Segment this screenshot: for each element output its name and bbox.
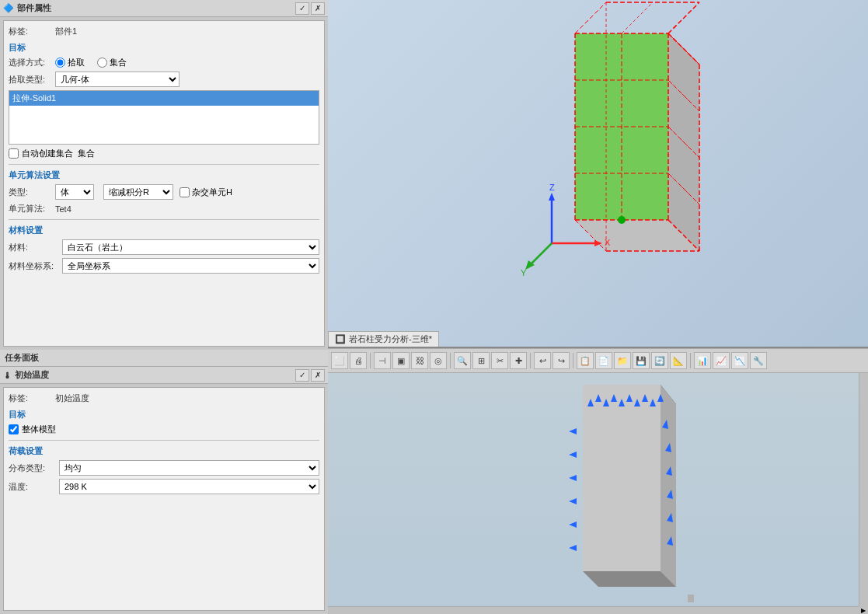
toolbar-btn-display[interactable]: ⬜ (331, 352, 348, 369)
whole-model-checkbox[interactable] (9, 424, 19, 434)
whole-model-row: 整体模型 (9, 424, 319, 435)
model-bottom (390, 381, 852, 606)
confirm-btn-bottom[interactable]: ✓ (295, 369, 309, 382)
toolbar-btn-link[interactable]: ⛓ (411, 352, 428, 369)
selection-mode-row: 选择方式: 拾取 集合 (9, 57, 319, 68)
scrollbar-horizontal-bottom[interactable] (328, 606, 859, 614)
toolbar-btn-copy[interactable]: 📋 (577, 352, 594, 369)
toolbar-btn-chart[interactable]: 📊 (694, 352, 711, 369)
model-top: Z X Y (390, 8, 852, 323)
scrollbar-vertical-bottom[interactable] (859, 373, 868, 606)
left-panel: 🔷 部件属性 ✓ ✗ 标签: 部件1 目标 选择方式: (0, 0, 328, 614)
target-list-box[interactable]: 拉伸-Solid1 (9, 90, 319, 145)
divider1 (9, 164, 319, 165)
top-left-panel: 🔷 部件属性 ✓ ✗ 标签: 部件1 目标 选择方式: (0, 0, 328, 350)
svg-marker-53 (569, 545, 577, 551)
label-field-value: 部件1 (55, 26, 77, 37)
material-row: 材料: 白云石（岩土） (9, 239, 319, 255)
viewport-tab-icon: 🔲 (335, 334, 346, 344)
temp-value-select[interactable]: 298 K (59, 479, 319, 494)
svg-marker-49 (569, 452, 577, 458)
coord-row: 材料坐标系: 全局坐标系 (9, 258, 319, 274)
pick-type-select[interactable]: 几何-体 (55, 72, 180, 87)
temp-label-row: 标签: 初始温度 (9, 392, 319, 404)
svg-line-22 (622, 2, 653, 33)
panel-title-bottom: 🌡 初始温度 (3, 369, 49, 381)
viewport-tab-top[interactable]: 🔲 岩石柱受力分析-三维* (328, 331, 439, 347)
svg-marker-40 (583, 385, 661, 571)
selection-mode-label: 选择方式: (9, 57, 55, 68)
mixed-elem-check[interactable]: 杂交单元H (180, 187, 232, 198)
divider2 (9, 219, 319, 220)
panel-controls-bottom: ✓ ✗ (295, 369, 325, 382)
toolbar-btn-cursor[interactable]: ⊣ (374, 352, 391, 369)
svg-marker-50 (569, 475, 577, 481)
svg-text:X: X (605, 238, 611, 247)
toolbar-btn-undo[interactable]: ↩ (534, 352, 551, 369)
toolbar-btn-measure[interactable]: 📐 (670, 352, 687, 369)
auto-create-checkbox[interactable] (9, 148, 19, 159)
close-btn-top[interactable]: ✗ (311, 2, 325, 15)
auto-create-label2: 集合 (78, 148, 95, 159)
toolbar-btn-refresh[interactable]: 🔄 (651, 352, 668, 369)
toolbar-btn-settings[interactable]: 🔧 (750, 352, 767, 369)
dist-type-row: 分布类型: 均匀 (9, 460, 319, 476)
toolbar-btn-print[interactable]: 🖨 (350, 352, 367, 369)
label-row: 标签: 部件1 (9, 26, 319, 37)
svg-marker-41 (661, 385, 676, 587)
toolbar-btn-add[interactable]: ✚ (510, 352, 527, 369)
svg-marker-51 (569, 498, 577, 504)
bottom-left-panel: 任务面板 🌡 初始温度 ✓ ✗ 标签: 初始温度 目标 (0, 350, 328, 614)
right-panel: Z X Y 🔲 岩石柱受力分析-三维* ⬜ 🖨 ⊣ ▣ ⛓ ◎ 🔍 ⊞ ✂ (328, 0, 868, 614)
panel-content-bottom: 标签: 初始温度 目标 整体模型 荷载设置 分布类型: 均匀 (3, 387, 325, 611)
formula-label: 单元算法: (9, 203, 55, 215)
dist-type-select[interactable]: 均匀 (59, 460, 319, 476)
panel-header-top: 🔷 部件属性 ✓ ✗ (0, 0, 328, 17)
task-panel-label: 任务面板 (5, 352, 39, 364)
toolbar-sep3 (530, 353, 531, 368)
top-right-viewport[interactable]: Z X Y 🔲 岩石柱受力分析-三维* (328, 0, 868, 348)
toolbar-btn-save[interactable]: 💾 (633, 352, 650, 369)
confirm-btn-top[interactable]: ✓ (295, 2, 309, 15)
toolbar-btn-grid[interactable]: ⊞ (472, 352, 490, 369)
mesh-algo-section-title[interactable]: 单元算法设置 (9, 169, 319, 181)
panel-title-text-bottom: 初始温度 (15, 369, 49, 381)
temp-target-section[interactable]: 目标 (9, 409, 319, 420)
material-select[interactable]: 白云石（岩土） (62, 239, 319, 255)
task-panel-header: 任务面板 (0, 350, 328, 367)
formula-value: Tet4 (55, 204, 71, 214)
algo-value-select[interactable]: 缩减积分R (103, 184, 173, 200)
toolbar-btn-open[interactable]: 📁 (614, 352, 631, 369)
radio-set[interactable]: 集合 (97, 57, 127, 68)
list-item-solid1[interactable]: 拉伸-Solid1 (9, 91, 319, 106)
svg-line-12 (575, 2, 606, 33)
temp-row: 温度: 298 K (9, 479, 319, 494)
toolbar-sep5 (690, 353, 691, 368)
toolbar-sep1 (370, 353, 371, 368)
algo-type-label: 类型: (9, 187, 55, 198)
target-section-title[interactable]: 目标 (9, 42, 319, 54)
panel-title-text-top: 部件属性 (17, 2, 51, 14)
toolbar-btn-graph[interactable]: 📈 (713, 352, 730, 369)
toolbar-btn-zoom[interactable]: 🔍 (454, 352, 471, 369)
algo-type-select[interactable]: 体 (55, 184, 94, 200)
toolbar-btn-new[interactable]: 📄 (595, 352, 612, 369)
toolbar-btn-circle[interactable]: ◎ (430, 352, 447, 369)
material-section-title[interactable]: 材料设置 (9, 225, 319, 236)
close-btn-bottom[interactable]: ✗ (311, 369, 325, 382)
radio-pick[interactable]: 拾取 (55, 57, 85, 68)
bottom-right-viewport[interactable]: ▶ (328, 373, 868, 614)
coord-label: 材料坐标系: (9, 260, 59, 272)
svg-text:Z: Z (549, 183, 555, 192)
toolbar-btn-redo[interactable]: ↪ (553, 352, 570, 369)
scroll-corner: ▶ (859, 606, 868, 614)
toolbar-btn-cut[interactable]: ✂ (491, 352, 508, 369)
toolbar-btn-analysis[interactable]: 📉 (731, 352, 748, 369)
model-svg-top: Z X Y (513, 18, 730, 313)
temp-row-label: 温度: (9, 481, 59, 493)
load-section-title[interactable]: 荷载设置 (9, 445, 319, 457)
coord-select[interactable]: 全局坐标系 (62, 258, 319, 274)
temp-label-field-label: 标签: (9, 392, 55, 404)
toolbar-btn-model[interactable]: ▣ (392, 352, 410, 369)
panel-title-top: 🔷 部件属性 (3, 2, 51, 14)
